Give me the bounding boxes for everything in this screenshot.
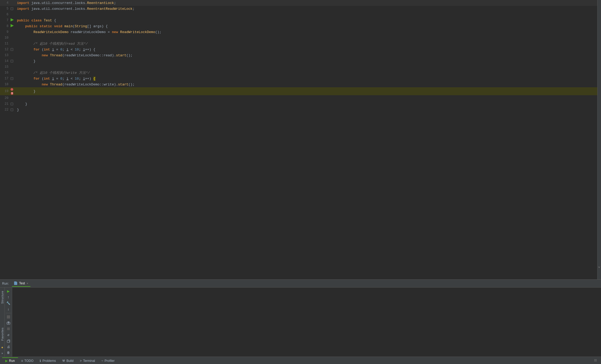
empty-gutter[interactable] — [11, 81, 16, 87]
fold-gutter[interactable] — [11, 107, 16, 113]
stop-button[interactable] — [6, 314, 11, 320]
fold-gutter[interactable] — [11, 6, 16, 12]
fold-icon[interactable] — [11, 48, 13, 51]
code-line-7: 7public class Test { — [0, 17, 597, 23]
code-content[interactable]: import java.util.concurrent.locks.Reentr… — [16, 0, 597, 6]
run-icon[interactable] — [11, 24, 14, 27]
code-editor[interactable]: 4import java.util.concurrent.locks.Reent… — [0, 0, 597, 279]
run-test-tab[interactable]: Test × — [12, 280, 30, 287]
code-content[interactable]: /* 起10 个线程执行write 方法*/ — [16, 70, 597, 76]
run-gutter[interactable] — [11, 23, 16, 29]
run-icon[interactable] — [11, 18, 14, 21]
line-number: 6 — [0, 12, 11, 17]
status-tab-problems[interactable]: ℹ Problems — [37, 357, 59, 364]
code-content[interactable]: for (int i = 0; i < 10; i++) { — [16, 47, 597, 52]
empty-gutter[interactable] — [11, 41, 16, 47]
fold-gutter[interactable] — [11, 47, 16, 52]
restore-button[interactable] — [6, 338, 11, 344]
fold-icon[interactable] — [11, 103, 13, 105]
stop2-button[interactable] — [6, 326, 11, 332]
code-line-13: 13 new Thread(readWriteLockDemo::read).s… — [0, 52, 597, 58]
run-gutter[interactable] — [11, 17, 16, 23]
empty-gutter[interactable] — [11, 52, 16, 58]
code-content[interactable] — [16, 64, 597, 70]
code-content[interactable]: ReadWriteLockDemo readWriteLockDemo = ne… — [16, 29, 597, 35]
code-content[interactable]: } — [16, 87, 597, 95]
status-tab-todo[interactable]: ≡ TODO — [18, 357, 37, 364]
reload-button[interactable]: ↺ — [6, 332, 11, 338]
empty-gutter[interactable] — [11, 29, 16, 35]
status-tab-build[interactable]: ⚒ Build — [59, 357, 77, 364]
kw-token: int — [44, 77, 50, 81]
status-tab-terminal[interactable]: > Terminal — [77, 357, 98, 364]
status-tab-run[interactable]: ▶ Run — [2, 357, 18, 364]
wrench-button[interactable]: 🔧 — [6, 301, 11, 306]
scrollbar[interactable]: ⌄ — [597, 0, 601, 279]
trash-button[interactable]: 🗑 — [6, 350, 11, 356]
empty-gutter[interactable] — [11, 70, 16, 76]
code-line-10: 10 — [0, 35, 597, 41]
breakpoint-icon[interactable] — [11, 88, 13, 91]
build-tab-label: Build — [66, 359, 74, 363]
resize-icon[interactable]: ⌗ — [592, 358, 599, 363]
structure-label[interactable]: Structure — [0, 289, 4, 306]
kw-token: new — [42, 83, 48, 87]
code-content[interactable]: new Thread(readWriteLockDemo::read).star… — [16, 52, 597, 58]
code-content[interactable]: for (int i = 0; i < 10; i++) { — [16, 76, 597, 81]
fold-gutter[interactable] — [11, 76, 16, 81]
line-number: 7 — [0, 17, 11, 23]
empty-gutter[interactable] — [11, 12, 16, 17]
line-number: 21 — [0, 101, 11, 107]
code-content[interactable]: } — [16, 58, 597, 64]
svg-rect-4 — [7, 327, 10, 330]
favorites-label[interactable]: Favorites — [0, 325, 4, 343]
bottom-panel: Run: Test × Structure Favorites ★ » — [0, 279, 601, 364]
num-token: 0 — [60, 77, 62, 81]
code-content[interactable]: public static void main(String[] args) { — [16, 23, 597, 29]
empty-gutter[interactable] — [11, 64, 16, 70]
tab-close-icon[interactable]: × — [26, 282, 28, 285]
code-content[interactable] — [16, 95, 597, 101]
code-line-5: 5import java.util.concurrent.locks.Reent… — [0, 6, 597, 12]
breakpoint-badge: 9 — [11, 92, 13, 95]
scroll-up-button[interactable]: ↑ — [6, 295, 11, 300]
code-content[interactable]: public class Test { — [16, 17, 597, 23]
code-content[interactable]: } — [16, 107, 597, 113]
print-button[interactable]: 🖨 — [6, 344, 11, 350]
scroll-down-button[interactable]: ↓ — [6, 307, 11, 312]
code-content[interactable]: /* 起10 个线程执行read 方法*/ — [16, 41, 597, 47]
camera-button[interactable] — [6, 320, 11, 326]
fold-gutter[interactable] — [11, 101, 16, 107]
code-content[interactable]: new Thread(readWriteLockDemo::write).sta… — [16, 81, 597, 87]
line-number: 14 — [0, 58, 11, 64]
empty-gutter[interactable] — [11, 0, 16, 6]
fold-icon[interactable] — [11, 60, 13, 62]
favorites-star-icon[interactable]: ★ — [1, 344, 4, 351]
panel-output[interactable] — [12, 288, 601, 357]
code-content[interactable] — [16, 12, 597, 17]
breakpoint-gutter[interactable]: 9 — [11, 87, 16, 95]
code-content[interactable]: import java.util.concurrent.locks.Reentr… — [16, 6, 597, 12]
fold-icon[interactable] — [11, 7, 13, 10]
code-content[interactable] — [16, 35, 597, 41]
play-button[interactable]: ▶ — [6, 289, 11, 294]
fold-gutter[interactable] — [11, 58, 16, 64]
code-line-11: 11 /* 起10 个线程执行read 方法*/ — [0, 41, 597, 47]
cls-token: Thread — [50, 83, 62, 87]
profiler-tab-label: Profiler — [104, 359, 115, 363]
code-line-12: 12 for (int i = 0; i < 10; i++) { — [0, 47, 597, 52]
line-number: 9 — [0, 29, 11, 35]
code-line-18: 18 new Thread(readWriteLockDemo::write).… — [0, 81, 597, 87]
kw-token: import — [17, 7, 29, 11]
chevron-icon[interactable]: » — [1, 352, 3, 356]
fold-icon[interactable] — [11, 77, 13, 80]
line-number: 10 — [0, 35, 11, 41]
scroll-down-icon[interactable]: ⌄ — [598, 263, 600, 269]
empty-gutter[interactable] — [11, 95, 16, 101]
profiler-icon: ~ — [101, 359, 103, 363]
fold-icon[interactable] — [11, 108, 13, 111]
line-number: 16 — [0, 70, 11, 76]
status-tab-profiler[interactable]: ~ Profiler — [98, 357, 118, 364]
empty-gutter[interactable] — [11, 35, 16, 41]
code-content[interactable]: } — [16, 101, 597, 107]
